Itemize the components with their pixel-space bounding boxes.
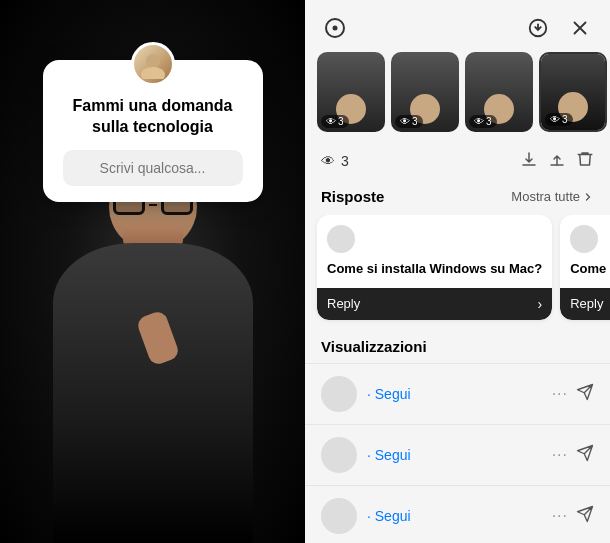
- stories-strip: 👁3 👁3 👁3 👁3: [305, 52, 610, 142]
- more-options-1[interactable]: ···: [552, 385, 568, 403]
- share-icon[interactable]: [548, 150, 566, 172]
- header-actions: [524, 14, 594, 42]
- close-icon[interactable]: [566, 14, 594, 42]
- story-badge-4: 👁3: [545, 113, 573, 126]
- viewer-actions-1: ···: [552, 383, 594, 405]
- views-section: Visualizzazioni · Segui ··· · Segui ···: [305, 330, 610, 543]
- right-header: [305, 0, 610, 52]
- reply-button-1[interactable]: Reply ›: [317, 288, 552, 320]
- viewer-actions-2: ···: [552, 444, 594, 466]
- viewer-avatar-2: [321, 437, 357, 473]
- viewer-item-2: · Segui ···: [305, 427, 610, 483]
- risposte-label: Risposte: [321, 188, 384, 205]
- card-title: Fammi una domanda sulla tecnologia: [63, 96, 243, 138]
- reply-button-2[interactable]: Reply ›: [560, 288, 610, 320]
- svg-point-0: [146, 54, 160, 68]
- viewer-avatar-1: [321, 376, 357, 412]
- download-circle-icon[interactable]: [524, 14, 552, 42]
- svg-point-3: [333, 26, 338, 31]
- story-thumb-1[interactable]: 👁3: [317, 52, 385, 132]
- story-left-panel: Fammi una domanda sulla tecnologia: [0, 0, 305, 543]
- person-body: [13, 163, 293, 543]
- divider-1: [305, 363, 610, 364]
- stats-actions: [520, 150, 594, 172]
- reply-card-1-body: Come si installa Windows su Mac?: [317, 215, 552, 288]
- viewer-avatar-3: [321, 498, 357, 534]
- reply-card-2: Come si scarica Whatsapp? Reply ›: [560, 215, 610, 320]
- mostra-tutte-link[interactable]: Mostra tutte: [511, 189, 594, 204]
- story-badge-3: 👁3: [469, 115, 497, 128]
- more-options-3[interactable]: ···: [552, 507, 568, 525]
- story-badge-1: 👁3: [321, 115, 349, 128]
- reply-avatar-1: [327, 225, 355, 253]
- view-count: 3: [341, 153, 349, 169]
- body-shape: [53, 243, 253, 543]
- story-thumb-4[interactable]: 👁3: [539, 52, 607, 132]
- send-icon-2[interactable]: [576, 444, 594, 466]
- send-icon-3[interactable]: [576, 505, 594, 527]
- stats-bar: 👁 3: [305, 142, 610, 180]
- stats-count: 👁 3: [321, 153, 349, 169]
- story-right-panel: 👁3 👁3 👁3 👁3: [305, 0, 610, 543]
- replies-row: Come si installa Windows su Mac? Reply ›…: [305, 215, 610, 330]
- viewer-name-3[interactable]: · Segui: [367, 508, 552, 524]
- views-title: Visualizzazioni: [305, 330, 610, 361]
- story-thumb-3[interactable]: 👁3: [465, 52, 533, 132]
- person-figure: [0, 163, 305, 543]
- viewer-item-3: · Segui ···: [305, 488, 610, 543]
- viewer-name-1[interactable]: · Segui: [367, 386, 552, 402]
- svg-point-1: [141, 67, 165, 79]
- viewer-actions-3: ···: [552, 505, 594, 527]
- reply-avatar-2: [570, 225, 598, 253]
- download-icon[interactable]: [520, 150, 538, 172]
- eye-icon: 👁: [321, 153, 335, 169]
- reply-card-1: Come si installa Windows su Mac? Reply ›: [317, 215, 552, 320]
- send-icon-1[interactable]: [576, 383, 594, 405]
- viewer-name-2[interactable]: · Segui: [367, 447, 552, 463]
- avatar: [131, 42, 175, 86]
- question-input[interactable]: [63, 150, 243, 186]
- viewer-item-1: · Segui ···: [305, 366, 610, 422]
- reply-card-2-body: Come si scarica Whatsapp?: [560, 215, 610, 288]
- risposte-header: Risposte Mostra tutte: [305, 180, 610, 215]
- options-icon[interactable]: [321, 14, 349, 42]
- more-options-2[interactable]: ···: [552, 446, 568, 464]
- story-badge-2: 👁3: [395, 115, 423, 128]
- question-card: Fammi una domanda sulla tecnologia: [43, 60, 263, 202]
- reply-question-2: Come si scarica Whatsapp?: [570, 261, 610, 278]
- delete-icon[interactable]: [576, 150, 594, 172]
- reply-question-1: Come si installa Windows su Mac?: [327, 261, 542, 278]
- reply-arrow-1: ›: [537, 296, 542, 312]
- story-thumb-2[interactable]: 👁3: [391, 52, 459, 132]
- divider-3: [305, 485, 610, 486]
- divider-2: [305, 424, 610, 425]
